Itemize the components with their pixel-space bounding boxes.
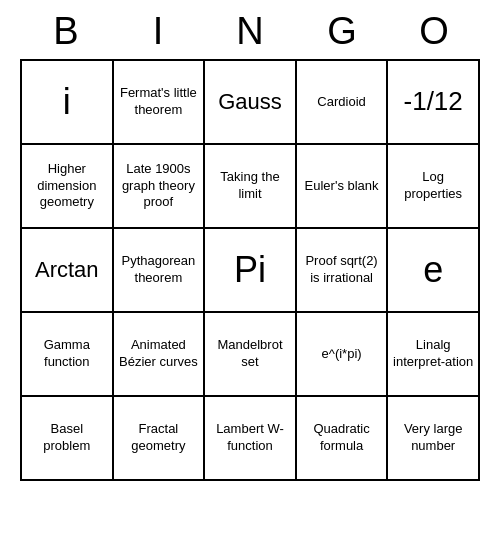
bingo-cell-2-0: Arctan (22, 229, 114, 313)
bingo-cell-1-1: Late 1900s graph theory proof (114, 145, 206, 229)
title-n: N (210, 10, 290, 53)
bingo-cell-2-1: Pythagorean theorem (114, 229, 206, 313)
bingo-cell-2-2: Pi (205, 229, 297, 313)
bingo-cell-0-4: -1/12 (388, 61, 480, 145)
bingo-cell-4-1: Fractal geometry (114, 397, 206, 481)
bingo-cell-0-0: i (22, 61, 114, 145)
bingo-cell-3-1: Animated Bézier curves (114, 313, 206, 397)
bingo-cell-4-3: Quadratic formula (297, 397, 389, 481)
bingo-cell-1-3: Euler's blank (297, 145, 389, 229)
title-i: I (118, 10, 198, 53)
bingo-cell-1-0: Higher dimension geometry (22, 145, 114, 229)
bingo-cell-4-4: Very large number (388, 397, 480, 481)
bingo-row-3: Gamma functionAnimated Bézier curvesMand… (22, 313, 480, 397)
bingo-row-4: Basel problemFractal geometryLambert W-f… (22, 397, 480, 481)
bingo-cell-2-3: Proof sqrt(2) is irrational (297, 229, 389, 313)
bingo-grid: iFermat's little theoremGaussCardioid-1/… (20, 59, 480, 481)
bingo-cell-4-0: Basel problem (22, 397, 114, 481)
bingo-cell-3-2: Mandelbrot set (205, 313, 297, 397)
bingo-cell-0-1: Fermat's little theorem (114, 61, 206, 145)
bingo-cell-1-2: Taking the limit (205, 145, 297, 229)
bingo-cell-0-2: Gauss (205, 61, 297, 145)
bingo-cell-2-4: e (388, 229, 480, 313)
bingo-cell-3-3: e^(i*pi) (297, 313, 389, 397)
bingo-row-1: Higher dimension geometryLate 1900s grap… (22, 145, 480, 229)
bingo-row-2: ArctanPythagorean theoremPiProof sqrt(2)… (22, 229, 480, 313)
bingo-cell-3-4: Linalg interpret-ation (388, 313, 480, 397)
title-g: G (302, 10, 382, 53)
bingo-cell-1-4: Log properties (388, 145, 480, 229)
bingo-cell-0-3: Cardioid (297, 61, 389, 145)
title-b: B (26, 10, 106, 53)
bingo-cell-4-2: Lambert W-function (205, 397, 297, 481)
bingo-title-row: B I N G O (20, 0, 480, 59)
title-o: O (394, 10, 474, 53)
bingo-cell-3-0: Gamma function (22, 313, 114, 397)
bingo-row-0: iFermat's little theoremGaussCardioid-1/… (22, 61, 480, 145)
